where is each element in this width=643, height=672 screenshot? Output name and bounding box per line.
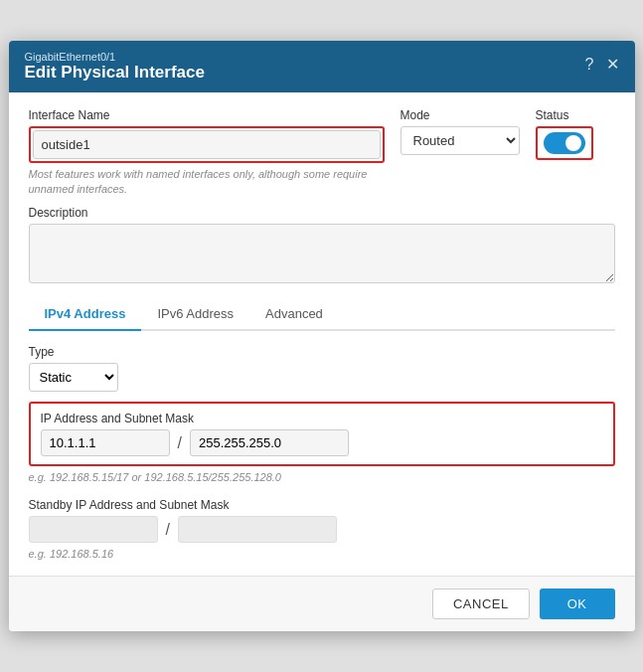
help-icon[interactable]: ?: [585, 56, 594, 74]
ok-button[interactable]: OK: [540, 588, 615, 619]
standby-ip-row: /: [29, 516, 615, 543]
dialog-header-text: GigabitEthernet0/1 Edit Physical Interfa…: [25, 51, 205, 83]
description-section: Description: [29, 206, 615, 286]
ip-address-section: IP Address and Subnet Mask /: [29, 402, 615, 466]
edit-interface-dialog: GigabitEthernet0/1 Edit Physical Interfa…: [9, 41, 635, 630]
mode-label: Mode: [401, 108, 520, 122]
dialog-body: Interface Name Most features work with n…: [9, 92, 635, 561]
interface-name-border: [29, 126, 385, 163]
toggle-slider: [544, 132, 585, 154]
mode-section: Mode Routed Transparent Passive: [401, 108, 520, 155]
cancel-button[interactable]: CANCEL: [432, 588, 530, 619]
standby-ip-input[interactable]: [29, 516, 158, 543]
tab-ipv6[interactable]: IPv6 Address: [141, 298, 249, 331]
type-row: Type Static DHCP PPPoE: [29, 345, 615, 392]
dialog-header-icons: ? ✕: [585, 55, 619, 74]
status-toggle[interactable]: [544, 132, 585, 154]
standby-slash-separator: /: [166, 521, 170, 539]
ip-hint: e.g. 192.168.5.15/17 or 192.168.5.15/255…: [29, 470, 615, 484]
tab-advanced[interactable]: Advanced: [249, 298, 339, 331]
subnet-mask-input[interactable]: [190, 429, 349, 456]
standby-section: Standby IP Address and Subnet Mask / e.g…: [29, 498, 615, 561]
standby-label: Standby IP Address and Subnet Mask: [29, 498, 615, 512]
interface-name-section: Interface Name Most features work with n…: [29, 108, 385, 196]
dialog-header: GigabitEthernet0/1 Edit Physical Interfa…: [9, 41, 635, 92]
tabs-bar: IPv4 Address IPv6 Address Advanced: [29, 298, 615, 331]
interface-name-label: Interface Name: [29, 108, 385, 122]
dialog-footer: CANCEL OK: [9, 576, 635, 631]
standby-hint: e.g. 192.168.5.16: [29, 547, 615, 561]
description-textarea[interactable]: [29, 224, 615, 283]
dialog-subtitle: GigabitEthernet0/1: [25, 51, 205, 63]
tab-ipv4[interactable]: IPv4 Address: [29, 298, 142, 331]
type-label: Type: [29, 345, 615, 359]
ip-row: /: [41, 429, 603, 456]
description-label: Description: [29, 206, 615, 220]
standby-subnet-input[interactable]: [178, 516, 337, 543]
dialog-title: Edit Physical Interface: [25, 63, 205, 83]
close-icon[interactable]: ✕: [606, 55, 619, 74]
ip-address-input[interactable]: [41, 429, 170, 456]
status-toggle-wrapper: [536, 126, 593, 160]
status-label: Status: [536, 108, 615, 122]
interface-name-hint: Most features work with named interfaces…: [29, 167, 385, 196]
status-section: Status: [536, 108, 615, 160]
slash-separator: /: [178, 434, 182, 452]
top-row: Interface Name Most features work with n…: [29, 108, 615, 196]
type-select[interactable]: Static DHCP PPPoE: [29, 363, 118, 392]
interface-name-input[interactable]: [33, 130, 381, 159]
mode-select[interactable]: Routed Transparent Passive: [401, 126, 520, 155]
ip-address-label: IP Address and Subnet Mask: [41, 412, 603, 425]
